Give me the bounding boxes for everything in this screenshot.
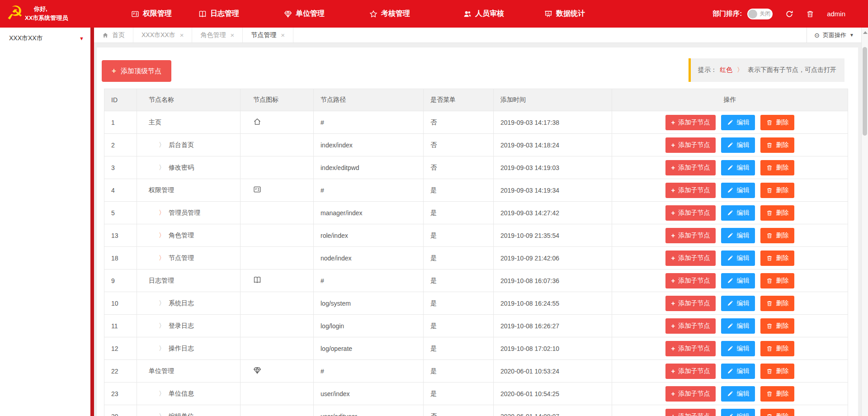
tab-3[interactable]: 节点管理×	[243, 28, 293, 43]
edit-button[interactable]: 编辑	[721, 251, 755, 266]
tab-0[interactable]: 首页	[94, 28, 133, 43]
vertical-scrollbar[interactable]	[861, 28, 868, 416]
node-icon-cell	[241, 134, 314, 156]
node-name-cell[interactable]: 〉操作日志	[137, 337, 241, 360]
chevron-right-icon: 〉	[737, 66, 743, 74]
edit-button[interactable]: 编辑	[721, 341, 755, 356]
node-name-cell[interactable]: 〉角色管理	[137, 224, 241, 247]
delete-button[interactable]: 删除	[760, 386, 794, 402]
edit-button[interactable]: 编辑	[721, 273, 755, 288]
add-child-node-button[interactable]: +添加子节点	[665, 115, 716, 130]
node-name-cell[interactable]: 〉管理员管理	[137, 202, 241, 224]
add-child-node-button[interactable]: +添加子节点	[665, 251, 716, 266]
edit-button[interactable]: 编辑	[721, 205, 755, 221]
actions-cell: +添加子节点编辑删除	[612, 134, 848, 156]
nav-item-log-book[interactable]: 日志管理	[198, 0, 239, 28]
add-child-node-button[interactable]: +添加子节点	[665, 228, 716, 243]
node-name-cell[interactable]: 〉后台首页	[137, 134, 241, 156]
actions-cell: +添加子节点编辑删除	[612, 383, 848, 405]
sidebar-region-select[interactable]: XXX市XX市 ▼	[0, 28, 90, 49]
node-name-cell[interactable]: 〉系统日志	[137, 292, 241, 315]
add-child-node-button[interactable]: +添加子节点	[665, 409, 716, 416]
close-icon[interactable]: ×	[180, 31, 184, 39]
node-name-cell[interactable]: 〉节点管理	[137, 247, 241, 269]
edit-button[interactable]: 编辑	[721, 183, 755, 198]
delete-trash-icon	[766, 165, 773, 171]
delete-button[interactable]: 删除	[760, 251, 794, 266]
node-name-cell[interactable]: 〉登录日志	[137, 315, 241, 337]
plus-icon: +	[671, 277, 675, 284]
expand-chevron-icon: 〉	[159, 345, 165, 352]
node-name-cell[interactable]: 〉修改密码	[137, 156, 241, 179]
edit-button[interactable]: 编辑	[721, 386, 755, 402]
edit-button[interactable]: 编辑	[721, 364, 755, 379]
nav-item-unit-diamond[interactable]: 单位管理	[284, 0, 325, 28]
table-row: 13 〉角色管理 role/index 是 2019-10-09 21:35:5…	[104, 224, 848, 247]
edit-button[interactable]: 编辑	[721, 318, 755, 334]
delete-button[interactable]: 删除	[760, 318, 794, 334]
add-child-node-button[interactable]: +添加子节点	[665, 160, 716, 175]
refresh-icon[interactable]	[785, 10, 793, 18]
table-row: 9 日志管理 # 是 2019-10-08 16:07:36 +添加子节点编辑删…	[104, 269, 848, 292]
delete-button[interactable]: 删除	[760, 409, 794, 416]
content-area: + 添加顶级节点 提示： 红色 〉 表示下面有子节点，可点击打开 ID 节点名称…	[94, 43, 861, 416]
edit-button[interactable]: 编辑	[721, 296, 755, 311]
node-icon-cell	[241, 337, 314, 360]
add-child-node-button[interactable]: +添加子节点	[665, 341, 716, 356]
add-child-node-button[interactable]: +添加子节点	[665, 364, 716, 379]
delete-button[interactable]: 删除	[760, 364, 794, 379]
add-child-node-button[interactable]: +添加子节点	[665, 183, 716, 198]
actions-cell: +添加子节点编辑删除	[612, 292, 848, 315]
close-icon[interactable]: ×	[281, 31, 285, 39]
nav-item-permission-card[interactable]: 权限管理	[131, 0, 172, 28]
add-child-node-button[interactable]: +添加子节点	[665, 205, 716, 221]
tab-1[interactable]: XXX市XX市×	[133, 28, 192, 43]
add-child-node-button[interactable]: +添加子节点	[665, 273, 716, 288]
add-child-node-button[interactable]: +添加子节点	[665, 137, 716, 153]
nav-item-personnel-users[interactable]: 人员审核	[463, 0, 504, 28]
delete-button[interactable]: 删除	[760, 205, 794, 221]
edit-pencil-icon	[727, 119, 733, 126]
delete-button[interactable]: 删除	[760, 228, 794, 243]
node-icon-cell	[241, 202, 314, 224]
nav-item-assessment-star[interactable]: 考核管理	[369, 0, 410, 28]
nav-item-label: 人员审核	[475, 9, 504, 19]
table-row: 12 〉操作日志 log/operate 是 2019-10-08 17:02:…	[104, 337, 848, 360]
toggle-knob-icon	[748, 9, 757, 19]
scrollbar-thumb[interactable]	[863, 47, 867, 136]
edit-button[interactable]: 编辑	[721, 409, 755, 416]
delete-button[interactable]: 删除	[760, 160, 794, 175]
content-panel: + 添加顶级节点 提示： 红色 〉 表示下面有子节点，可点击打开 ID 节点名称…	[97, 47, 858, 416]
delete-button[interactable]: 删除	[760, 115, 794, 130]
col-node-icon: 节点图标	[241, 89, 314, 111]
tab-2[interactable]: 角色管理×	[192, 28, 243, 43]
admin-user-menu[interactable]: admin	[827, 10, 845, 18]
page-operations-dropdown[interactable]: ⊙ 页面操作 ▼	[807, 28, 861, 43]
add-child-node-button[interactable]: +添加子节点	[665, 318, 716, 334]
add-child-node-button[interactable]: +添加子节点	[665, 386, 716, 402]
nav-item-statistics-chart[interactable]: 数据统计	[544, 0, 585, 28]
edit-button[interactable]: 编辑	[721, 228, 755, 243]
delete-button[interactable]: 删除	[760, 137, 794, 153]
trash-icon[interactable]	[806, 10, 814, 18]
scroll-up-arrow-icon[interactable]	[863, 31, 868, 34]
delete-button[interactable]: 删除	[760, 296, 794, 311]
edit-button[interactable]: 编辑	[721, 115, 755, 130]
delete-button[interactable]: 删除	[760, 183, 794, 198]
node-name-cell[interactable]: 〉编辑单位	[137, 405, 241, 416]
col-actions: 操作	[612, 89, 848, 111]
edit-button[interactable]: 编辑	[721, 160, 755, 175]
table-row: 23 〉单位信息 user/index 是 2020-06-01 10:54:2…	[104, 383, 848, 405]
add-top-node-button[interactable]: + 添加顶级节点	[102, 60, 171, 82]
delete-button[interactable]: 删除	[760, 273, 794, 288]
caret-down-icon: ▼	[79, 36, 84, 41]
add-child-node-button[interactable]: +添加子节点	[665, 296, 716, 311]
node-name-cell[interactable]: 〉单位信息	[137, 383, 241, 405]
node-icon-cell	[241, 383, 314, 405]
delete-button[interactable]: 删除	[760, 341, 794, 356]
node-icon-cell	[241, 224, 314, 247]
dept-sort-toggle[interactable]: 关闭	[747, 9, 773, 19]
close-icon[interactable]: ×	[230, 31, 234, 39]
delete-trash-icon	[766, 119, 773, 126]
edit-button[interactable]: 编辑	[721, 137, 755, 153]
